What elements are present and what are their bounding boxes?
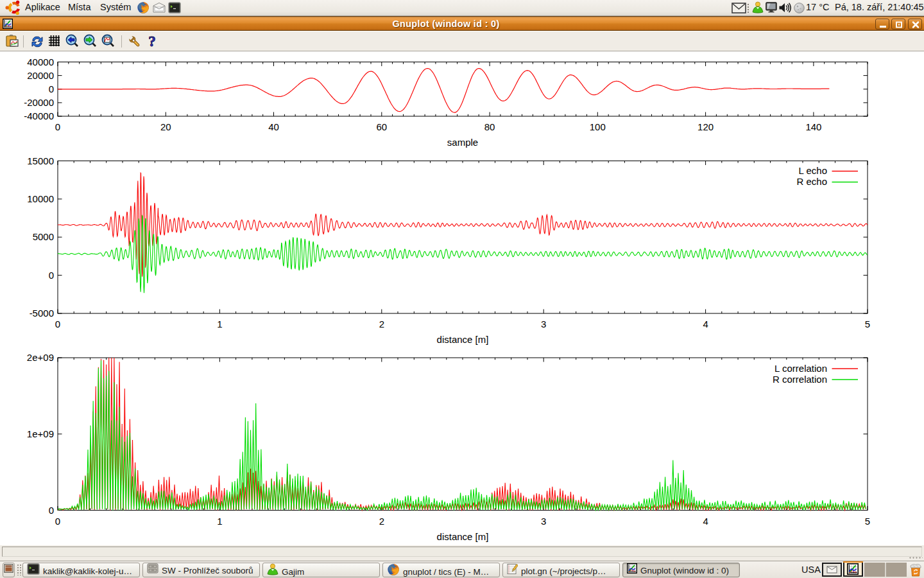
svg-text:4: 4	[703, 516, 708, 527]
svg-text:120: 120	[697, 121, 714, 132]
svg-text:140: 140	[805, 121, 821, 132]
svg-text:5: 5	[865, 319, 870, 329]
svg-text:20000: 20000	[27, 70, 54, 81]
svg-text:?: ?	[148, 35, 156, 49]
svg-text:2: 2	[379, 319, 384, 329]
svg-text:100: 100	[590, 121, 606, 132]
svg-text:1: 1	[217, 319, 222, 329]
svg-text:sample: sample	[447, 137, 478, 148]
svg-text:15000: 15000	[27, 155, 54, 166]
svg-text:0: 0	[49, 270, 54, 281]
svg-text:1: 1	[217, 516, 222, 527]
svg-text:2: 2	[379, 516, 384, 527]
svg-text:1e+09: 1e+09	[27, 428, 54, 439]
svg-text:-5000: -5000	[30, 308, 54, 319]
svg-text:distance [m]: distance [m]	[437, 334, 489, 345]
svg-text:0: 0	[49, 505, 54, 516]
svg-text:-40000: -40000	[24, 110, 54, 121]
svg-text:L correlation: L correlation	[774, 363, 827, 374]
svg-text:distance [m]: distance [m]	[437, 531, 489, 542]
svg-text:5: 5	[865, 516, 870, 527]
svg-text:0: 0	[55, 121, 60, 132]
svg-text:R correlation: R correlation	[773, 374, 827, 385]
svg-text:5000: 5000	[33, 231, 54, 242]
svg-text:L echo: L echo	[799, 165, 827, 176]
svg-text:3: 3	[541, 516, 546, 527]
svg-text:80: 80	[484, 121, 495, 132]
svg-text:60: 60	[376, 121, 387, 132]
svg-text:R echo: R echo	[796, 176, 827, 187]
svg-text:40000: 40000	[27, 57, 54, 67]
svg-text:0: 0	[49, 83, 54, 94]
svg-text:10000: 10000	[27, 193, 54, 204]
svg-text:0: 0	[55, 319, 60, 329]
svg-text:3: 3	[541, 319, 546, 329]
svg-text:20: 20	[160, 121, 171, 132]
svg-text:4: 4	[703, 319, 708, 329]
svg-text:0: 0	[55, 516, 60, 527]
svg-text:2e+09: 2e+09	[27, 352, 54, 363]
svg-text:-20000: -20000	[24, 97, 54, 108]
svg-text:40: 40	[268, 121, 279, 132]
